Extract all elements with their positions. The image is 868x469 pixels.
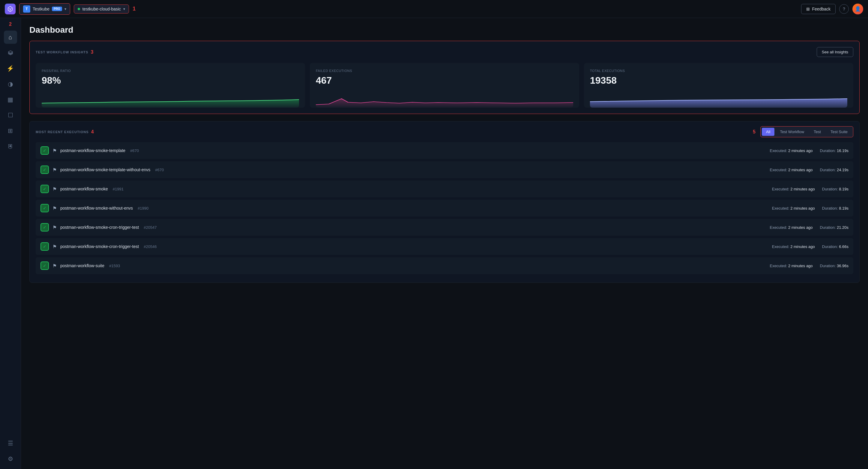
- total-exec-value: 19358: [590, 75, 847, 86]
- exec-meta: Executed: 2 minutes ago Duration: 8.19s: [772, 206, 848, 211]
- env-name: testkube-cloud-basic: [83, 7, 121, 11]
- workflow-icon: ⚑: [53, 167, 57, 173]
- annotation-label-3: 3: [91, 50, 93, 55]
- exec-duration: Duration: 21.20s: [820, 225, 848, 230]
- table-row[interactable]: ✓ ⚑ postman-workflow-suite #1593 Execute…: [36, 257, 853, 274]
- sidebar-item-lightning[interactable]: ⚡: [4, 62, 17, 75]
- pass-fail-chart: [42, 90, 299, 108]
- annotation-label-2: 2: [9, 22, 12, 27]
- exec-id: #1990: [138, 206, 149, 211]
- help-icon: ?: [843, 7, 845, 11]
- exec-name: postman-workflow-smoke-template-without-…: [60, 167, 150, 172]
- table-row[interactable]: ✓ ⚑ postman-workflow-smoke-without-envs …: [36, 200, 853, 217]
- home-icon: ⌂: [8, 34, 12, 41]
- status-badge: ✓: [40, 185, 49, 193]
- env-status-dot: [78, 8, 80, 10]
- avatar[interactable]: 👤: [852, 4, 863, 14]
- exec-name: postman-workflow-smoke: [60, 187, 108, 191]
- workflow-icon: ⚑: [53, 206, 57, 211]
- metrics-grid: PASS/FAIL RATIO 98%: [36, 63, 853, 108]
- table-row[interactable]: ✓ ⚑ postman-workflow-smoke-template-with…: [36, 161, 853, 178]
- sidebar-item-doc[interactable]: ☐: [4, 108, 17, 122]
- page-title: Dashboard: [29, 25, 860, 35]
- status-badge: ✓: [40, 204, 49, 212]
- see-all-insights-button[interactable]: See all Insights: [817, 47, 853, 57]
- status-badge: ✓: [40, 261, 49, 270]
- deploy-icon: [7, 50, 13, 56]
- exec-id: #670: [130, 149, 139, 153]
- pro-badge: PRO: [52, 7, 62, 11]
- exec-executed: Executed: 2 minutes ago: [772, 244, 815, 249]
- env-chevron-icon: ▾: [123, 7, 125, 11]
- exec-id: #20546: [144, 244, 157, 249]
- see-all-label: See all Insights: [822, 50, 848, 54]
- executions-section-label: MOST RECENT EXECUTIONS: [36, 130, 89, 134]
- exec-duration: Duration: 8.19s: [822, 187, 848, 191]
- exec-meta: Executed: 2 minutes ago Duration: 6.66s: [772, 244, 848, 249]
- exec-duration: Duration: 16.19s: [820, 149, 848, 153]
- filter-tab-test-suite[interactable]: Test Suite: [826, 128, 852, 136]
- table-row[interactable]: ✓ ⚑ postman-workflow-smoke-cron-trigger-…: [36, 238, 853, 255]
- annotation-label-4: 4: [91, 129, 94, 135]
- lightning-icon: ⚡: [7, 65, 14, 72]
- insights-section-label: TEST WORKFLOW INSIGHTS: [36, 51, 88, 54]
- doc-icon: ☐: [8, 112, 13, 119]
- filter-tab-test[interactable]: Test: [809, 128, 825, 136]
- workflow-icon: ⚑: [53, 263, 57, 269]
- shield-icon: ⛨: [7, 143, 13, 150]
- workflow-icon: ⚑: [53, 244, 57, 250]
- exec-id: #1593: [109, 263, 120, 268]
- env-selector[interactable]: testkube-cloud-basic ▾: [74, 4, 129, 13]
- table-row[interactable]: ✓ ⚑ postman-workflow-smoke-cron-trigger-…: [36, 219, 853, 236]
- table-row[interactable]: ✓ ⚑ postman-workflow-smoke-template #670…: [36, 142, 853, 159]
- workflow-icon: ⚑: [53, 186, 57, 192]
- org-name: Testkube: [33, 7, 50, 11]
- topbar-right: ⊞ Feedback ? 👤: [801, 4, 863, 14]
- logo-icon: [5, 4, 16, 14]
- exec-executed: Executed: 2 minutes ago: [772, 187, 815, 191]
- exec-executed: Executed: 2 minutes ago: [770, 263, 812, 268]
- status-badge: ✓: [40, 165, 49, 174]
- sidebar-item-home[interactable]: ⌂: [4, 31, 17, 44]
- list-icon: ☰: [8, 440, 13, 447]
- filter-tab-all[interactable]: All: [762, 128, 774, 136]
- executions-header: MOST RECENT EXECUTIONS 4 5 All Test Work…: [30, 121, 859, 142]
- metric-card-failed: FAILED EXECUTIONS 467: [310, 63, 579, 108]
- feedback-button[interactable]: ⊞ Feedback: [801, 4, 836, 14]
- org-avatar: T: [23, 5, 30, 12]
- metric-card-pass-fail: PASS/FAIL RATIO 98%: [36, 63, 305, 108]
- exec-name: postman-workflow-suite: [60, 263, 104, 268]
- sidebar-item-image[interactable]: ▦: [4, 93, 17, 106]
- sidebar-item-shield[interactable]: ⛨: [4, 140, 17, 153]
- sidebar-item-settings[interactable]: ⚙: [4, 452, 17, 465]
- annotation-label-5: 5: [753, 129, 755, 135]
- exec-name: postman-workflow-smoke-cron-trigger-test: [60, 225, 139, 230]
- table-row[interactable]: ✓ ⚑ postman-workflow-smoke #1991 Execute…: [36, 181, 853, 197]
- workflow-icon: ⚑: [53, 148, 57, 154]
- total-exec-label: TOTAL EXECUTIONS: [590, 69, 847, 72]
- exec-duration: Duration: 36.96s: [820, 263, 848, 268]
- feedback-label: Feedback: [812, 7, 831, 11]
- topbar: T Testkube PRO ▾ testkube-cloud-basic ▾ …: [0, 0, 868, 18]
- sidebar-item-docs[interactable]: ⊞: [4, 124, 17, 137]
- sidebar-item-chart[interactable]: ◑: [4, 77, 17, 91]
- filter-tab-test-workflow[interactable]: Test Workflow: [776, 128, 808, 136]
- exec-executed: Executed: 2 minutes ago: [770, 149, 812, 153]
- failed-exec-label: FAILED EXECUTIONS: [316, 69, 573, 72]
- help-button[interactable]: ?: [839, 4, 849, 14]
- metric-card-total: TOTAL EXECUTIONS 19358: [584, 63, 853, 108]
- exec-id: #20547: [144, 225, 157, 230]
- pass-fail-value: 98%: [42, 75, 299, 86]
- image-icon: ▦: [7, 96, 13, 103]
- org-selector[interactable]: T Testkube PRO ▾: [19, 3, 70, 15]
- sidebar-item-deploy[interactable]: [4, 46, 17, 59]
- failed-exec-chart: [316, 90, 573, 108]
- exec-meta: Executed: 2 minutes ago Duration: 16.19s: [770, 149, 848, 153]
- sidebar-item-list[interactable]: ☰: [4, 437, 17, 450]
- exec-duration: Duration: 6.66s: [822, 244, 848, 249]
- chart-icon: ◑: [8, 81, 13, 88]
- sidebar: 2 ⌂ ⚡ ◑ ▦ ☐ ⊞ ⛨ ☰: [0, 18, 21, 469]
- topbar-left: T Testkube PRO ▾ testkube-cloud-basic ▾ …: [5, 3, 135, 15]
- chevron-down-icon: ▾: [64, 7, 66, 11]
- exec-name: postman-workflow-smoke-without-envs: [60, 206, 133, 211]
